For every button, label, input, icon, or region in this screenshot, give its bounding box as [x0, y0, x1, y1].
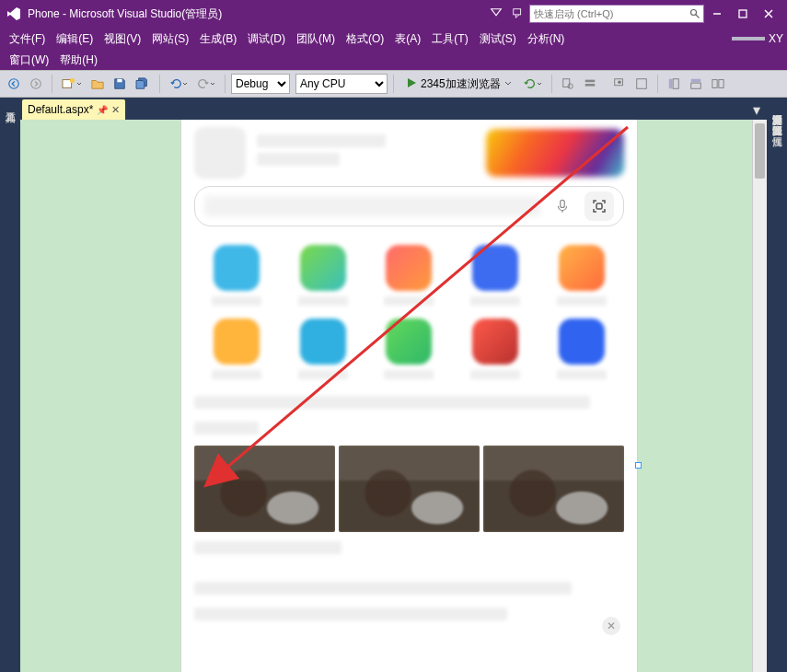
- redo-button[interactable]: [193, 74, 219, 94]
- menu-team[interactable]: 团队(M): [291, 29, 341, 49]
- menu-file[interactable]: 文件(F): [4, 29, 51, 49]
- app-tile[interactable]: [457, 245, 534, 306]
- maximize-button[interactable]: [730, 1, 756, 27]
- right-tool-strip: 解决方案资源管理器 团队资源管理器 属性: [767, 98, 787, 672]
- menu-bar: 文件(F) 编辑(E) 视图(V) 网站(S) 生成(B) 调试(D) 团队(M…: [0, 28, 787, 50]
- toolbar-btn-a[interactable]: [580, 74, 600, 94]
- mic-icon[interactable]: [550, 193, 575, 219]
- tab-overflow-button[interactable]: ▾: [746, 99, 767, 120]
- blurred-label: [384, 370, 434, 379]
- blurred-text: [204, 196, 540, 216]
- menu-table[interactable]: 表(A): [389, 29, 426, 49]
- app-tile[interactable]: [457, 319, 534, 379]
- open-file-button[interactable]: [87, 74, 108, 94]
- svg-point-10: [70, 78, 75, 83]
- svg-rect-12: [562, 79, 569, 87]
- nav-back-button[interactable]: [4, 74, 24, 94]
- close-button[interactable]: [756, 1, 781, 27]
- header-info: [257, 134, 475, 171]
- blurred-label: [557, 296, 607, 306]
- avatar: [194, 127, 246, 179]
- app-tile[interactable]: [284, 245, 362, 306]
- svg-rect-23: [712, 80, 717, 88]
- document-tab-default[interactable]: Default.aspx* 📌 ✕: [22, 99, 125, 120]
- svg-rect-25: [561, 200, 565, 207]
- save-button[interactable]: [110, 74, 130, 94]
- toolbar-btn-f[interactable]: [708, 74, 728, 94]
- phone-search-bar[interactable]: [194, 186, 624, 226]
- find-in-files-button[interactable]: [558, 74, 578, 94]
- toolbar-btn-e[interactable]: [686, 74, 706, 94]
- menu-test[interactable]: 测试(S): [474, 29, 522, 49]
- blurred-text: [194, 422, 259, 434]
- promo-badge: [486, 129, 624, 177]
- app-tile[interactable]: [198, 319, 275, 379]
- config-dropdown[interactable]: Debug: [231, 74, 290, 94]
- team-explorer-tab[interactable]: 团队资源管理器: [769, 112, 786, 123]
- toolbar-btn-c[interactable]: [631, 74, 652, 94]
- thumbnail-image[interactable]: [483, 446, 624, 532]
- minimize-button[interactable]: [704, 1, 730, 27]
- thumbnail-image[interactable]: [339, 446, 480, 532]
- separator: [551, 75, 552, 93]
- browser-refresh-button[interactable]: [520, 74, 546, 94]
- svg-rect-11: [117, 79, 122, 83]
- platform-dropdown[interactable]: Any CPU: [295, 74, 388, 94]
- menu-view[interactable]: 视图(V): [98, 29, 146, 49]
- new-project-button[interactable]: [58, 74, 86, 94]
- menu-website[interactable]: 网站(S): [146, 29, 194, 49]
- menu-help[interactable]: 帮助(H): [54, 51, 103, 70]
- svg-rect-21: [690, 79, 700, 83]
- toolbox-tab[interactable]: 工具箱: [2, 101, 19, 109]
- svg-rect-20: [673, 79, 678, 89]
- menu-build[interactable]: 生成(B): [194, 29, 242, 49]
- properties-tab[interactable]: 属性: [769, 123, 786, 134]
- dismiss-card-icon[interactable]: ✕: [602, 617, 620, 635]
- solution-explorer-tab[interactable]: 解决方案资源管理器: [769, 101, 786, 112]
- menu-debug[interactable]: 调试(D): [242, 29, 291, 49]
- blurred-label: [212, 370, 261, 379]
- toolbar-btn-b[interactable]: [609, 74, 630, 94]
- app-tile[interactable]: [284, 319, 362, 379]
- app-tile[interactable]: [543, 245, 620, 306]
- quick-launch-input[interactable]: [529, 5, 704, 23]
- menu-tools[interactable]: 工具(T): [426, 29, 473, 49]
- menu-format[interactable]: 格式(O): [341, 29, 389, 49]
- thumbnail-image[interactable]: [194, 446, 335, 532]
- blurred-label: [470, 296, 520, 306]
- pin-icon[interactable]: 📌: [97, 105, 108, 115]
- nav-forward-button[interactable]: [26, 74, 46, 94]
- app-tile[interactable]: [371, 319, 448, 379]
- save-all-button[interactable]: [132, 74, 154, 94]
- account-badge[interactable]: XY: [769, 32, 783, 45]
- start-debug-button[interactable]: 2345加速浏览器: [399, 74, 518, 94]
- svg-point-17: [618, 81, 621, 85]
- close-tab-icon[interactable]: ✕: [111, 104, 120, 116]
- vertical-scrollbar[interactable]: [752, 120, 767, 672]
- toolbar-btn-d[interactable]: [664, 74, 684, 94]
- notifications-icon[interactable]: [485, 3, 507, 25]
- menu-analyze[interactable]: 分析(N): [522, 29, 571, 49]
- feedback-icon[interactable]: [507, 3, 529, 25]
- app-tile[interactable]: [371, 245, 448, 306]
- scrollbar-thumb[interactable]: [755, 123, 765, 179]
- left-tool-strip: 工具箱: [0, 98, 20, 672]
- menu-window[interactable]: 窗口(W): [4, 51, 54, 70]
- separator: [393, 75, 394, 93]
- svg-rect-26: [596, 203, 602, 209]
- scan-icon[interactable]: [584, 191, 614, 221]
- selection-handle[interactable]: [635, 462, 642, 469]
- app-tile[interactable]: [543, 319, 620, 379]
- svg-rect-24: [719, 80, 723, 88]
- menu-edit[interactable]: 编辑(E): [51, 29, 98, 49]
- blurred-text: [194, 396, 590, 409]
- svg-point-7: [9, 79, 19, 89]
- designer-surface[interactable]: ✕: [20, 120, 767, 672]
- phone-header: [181, 120, 637, 186]
- svg-rect-15: [584, 84, 595, 87]
- dock-area: 工具箱 Default.aspx* 📌 ✕ ▾: [0, 98, 787, 672]
- svg-rect-0: [514, 9, 521, 15]
- app-tile[interactable]: [198, 245, 275, 306]
- undo-button[interactable]: [166, 74, 191, 94]
- document-well: Default.aspx* 📌 ✕ ▾: [20, 98, 767, 672]
